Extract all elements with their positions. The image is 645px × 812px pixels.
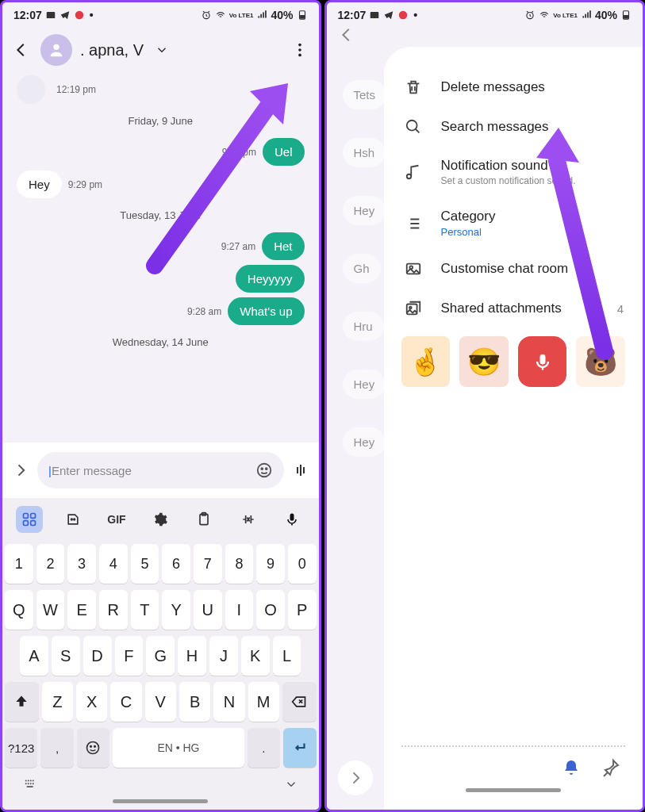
menu-customise[interactable]: Customise chat room: [401, 249, 626, 289]
menu-notification[interactable]: Notification soundSet a custom notificat…: [401, 147, 626, 197]
options-sheet: Delete messages Search messages Notifica…: [384, 47, 643, 810]
key-l[interactable]: L: [273, 636, 301, 676]
key-n[interactable]: N: [213, 682, 244, 722]
svg-point-10: [261, 468, 263, 469]
key-p[interactable]: P: [288, 590, 317, 630]
kbd-grid-icon[interactable]: [21, 777, 39, 791]
menu-delete[interactable]: Delete messages: [401, 67, 626, 107]
backspace-key[interactable]: [282, 682, 317, 722]
key-d[interactable]: D: [83, 636, 112, 676]
key-8[interactable]: 8: [225, 544, 254, 584]
comma-key[interactable]: ,: [40, 728, 73, 768]
more-button[interactable]: [289, 39, 311, 61]
shift-key[interactable]: [5, 682, 39, 722]
space-key[interactable]: EN • HG: [113, 728, 244, 768]
key-2[interactable]: 2: [36, 544, 65, 584]
key-3[interactable]: 3: [67, 544, 96, 584]
emoji-key[interactable]: [77, 728, 109, 768]
message-out[interactable]: Heyyyyy: [17, 265, 305, 293]
attachment-thumb[interactable]: 😎: [459, 336, 509, 387]
kbd-settings-icon[interactable]: [147, 506, 174, 533]
period-key[interactable]: .: [248, 728, 280, 768]
bg-message: Hey: [343, 427, 386, 457]
nav-handle[interactable]: [466, 788, 561, 792]
key-s[interactable]: S: [52, 636, 80, 676]
kbd-mic-icon[interactable]: [278, 506, 305, 533]
key-j[interactable]: J: [209, 636, 238, 676]
symbols-key[interactable]: ?123: [5, 728, 37, 768]
key-w[interactable]: W: [36, 590, 65, 630]
key-i[interactable]: I: [225, 590, 254, 630]
bell-icon[interactable]: [562, 758, 581, 777]
key-5[interactable]: 5: [131, 544, 159, 584]
key-a[interactable]: A: [20, 636, 48, 676]
key-0[interactable]: 0: [288, 544, 317, 584]
menu-search[interactable]: Search messages: [401, 107, 626, 147]
kbd-collapse-icon[interactable]: [282, 777, 300, 791]
kbd-gif-label[interactable]: GIF: [103, 506, 130, 533]
svg-point-25: [28, 780, 29, 782]
voice-wave-icon[interactable]: [290, 461, 311, 480]
chat-title[interactable]: . apna, V: [80, 41, 144, 59]
key-9[interactable]: 9: [256, 544, 285, 584]
key-f[interactable]: F: [115, 636, 144, 676]
image-icon: [405, 260, 422, 278]
svg-point-23: [94, 746, 96, 748]
message-out[interactable]: 9:28 amWhat's up: [17, 297, 305, 325]
expand-button-ghost: [338, 760, 373, 795]
key-1[interactable]: 1: [5, 544, 33, 584]
key-k[interactable]: K: [241, 636, 270, 676]
date-separator: Tuesday, 13 June: [17, 209, 305, 221]
key-c[interactable]: C: [110, 682, 141, 722]
svg-point-11: [265, 468, 267, 469]
message-input[interactable]: |Enter message: [37, 452, 284, 488]
attachment-thumb[interactable]: 🤞: [401, 336, 451, 387]
key-x[interactable]: X: [76, 682, 107, 722]
key-4[interactable]: 4: [99, 544, 128, 584]
messages-pane[interactable]: 12:19 pm Friday, 9 June 9:19 pmUel Hey9:…: [2, 75, 319, 442]
key-v[interactable]: V: [145, 682, 176, 722]
svg-rect-14: [23, 521, 28, 526]
key-u[interactable]: U: [194, 590, 222, 630]
back-button[interactable]: [10, 39, 33, 61]
kbd-sticker-icon[interactable]: [60, 506, 86, 533]
enter-key[interactable]: [283, 728, 316, 768]
left-phone: 12:07 • Vo LTE1 40% . apna, V: [0, 0, 321, 812]
kbd-apps-icon[interactable]: [16, 506, 43, 533]
kbd-clipboard-icon[interactable]: [190, 506, 217, 533]
expand-button[interactable]: [10, 462, 31, 478]
nav-handle[interactable]: [113, 799, 208, 803]
attachment-thumb[interactable]: [518, 336, 567, 387]
chevron-down-icon[interactable]: [155, 43, 169, 57]
key-m[interactable]: M: [248, 682, 279, 722]
svg-point-17: [74, 519, 75, 520]
key-r[interactable]: R: [99, 590, 128, 630]
date-separator: Friday, 9 June: [17, 115, 305, 127]
avatar[interactable]: [40, 34, 72, 66]
kbd-translate-icon[interactable]: [235, 506, 262, 533]
search-icon: [405, 118, 422, 136]
key-b[interactable]: B: [179, 682, 210, 722]
emoji-icon[interactable]: [255, 462, 273, 479]
message-out[interactable]: 9:27 amHet: [17, 232, 305, 260]
message-in[interactable]: Hey9:29 pm: [17, 170, 305, 198]
key-y[interactable]: Y: [162, 590, 190, 630]
menu-category[interactable]: CategoryPersonal: [401, 197, 626, 249]
key-g[interactable]: G: [146, 636, 175, 676]
key-o[interactable]: O: [256, 590, 285, 630]
key-e[interactable]: E: [67, 590, 96, 630]
key-h[interactable]: H: [178, 636, 206, 676]
pin-icon[interactable]: [601, 758, 620, 777]
menu-attachments[interactable]: Shared attachments 4: [401, 289, 626, 328]
key-t[interactable]: T: [131, 590, 159, 630]
message-out[interactable]: 9:19 pmUel: [17, 138, 305, 166]
key-6[interactable]: 6: [162, 544, 190, 584]
svg-point-24: [25, 780, 27, 782]
key-q[interactable]: Q: [5, 590, 33, 630]
image-icon: [45, 10, 56, 21]
signal-icon: [256, 10, 267, 21]
key-7[interactable]: 7: [194, 544, 222, 584]
attachment-thumb[interactable]: 🐻: [576, 336, 625, 387]
key-z[interactable]: Z: [42, 682, 73, 722]
bg-message: Hey: [343, 196, 386, 225]
